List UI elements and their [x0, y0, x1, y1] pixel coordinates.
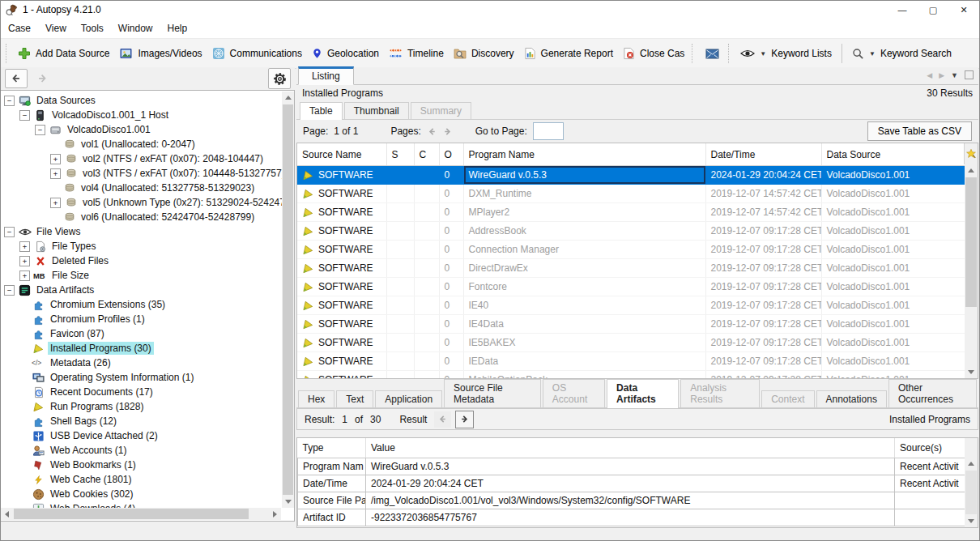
- column-header-data-source[interactable]: Data Source: [821, 143, 967, 166]
- tab-table[interactable]: Table: [300, 102, 343, 120]
- column-header-program-name[interactable]: Program Name: [463, 143, 705, 166]
- tree-item-data-sources[interactable]: −Data Sources: [1, 93, 282, 108]
- prev-page-icon[interactable]: [427, 126, 437, 137]
- table-row[interactable]: SOFTWARE0DXM_Runtime2019-12-07 14:57:42 …: [297, 185, 967, 203]
- scroll-up-icon[interactable]: [282, 92, 294, 104]
- column-header-date-time[interactable]: Date/Time: [705, 143, 821, 166]
- tree-item-usb-device-attached[interactable]: USB Device Attached (2): [1, 428, 282, 443]
- tree-item-chromium-profiles[interactable]: Chromium Profiles (1): [1, 312, 282, 326]
- tree-item-installed-programs[interactable]: Installed Programs (30): [1, 341, 282, 356]
- tree-vertical-scrollbar[interactable]: [282, 92, 294, 508]
- scroll-right-icon[interactable]: [269, 508, 281, 520]
- table-row[interactable]: SOFTWARE0IE5BAKEX2019-12-07 09:17:28 CET…: [297, 334, 967, 352]
- expand-icon[interactable]: +: [19, 241, 30, 252]
- column-header-s[interactable]: S: [386, 143, 414, 166]
- next-page-icon[interactable]: [442, 126, 453, 137]
- column-header-c[interactable]: C: [414, 143, 439, 166]
- tab-listing[interactable]: Listing: [298, 66, 354, 85]
- tree-item-shell-bags[interactable]: Shell Bags (12): [1, 414, 282, 428]
- save-table-csv-button[interactable]: Save Table as CSV: [867, 121, 972, 141]
- table-row[interactable]: SOFTWARE0Fontcore2019-12-07 09:17:28 CET…: [297, 278, 967, 296]
- tree-item-chromium-extensions[interactable]: Chromium Extensions (35): [1, 297, 282, 312]
- tree-item-vol1[interactable]: vol1 (Unallocated: 0-2047): [1, 137, 282, 151]
- next-result-button[interactable]: [455, 411, 474, 428]
- menu-case[interactable]: Case: [1, 20, 38, 36]
- tree-item-file-types[interactable]: +File Types: [1, 239, 282, 253]
- collapse-icon[interactable]: −: [4, 227, 15, 237]
- menu-help[interactable]: Help: [160, 20, 195, 36]
- menu-view[interactable]: View: [38, 20, 74, 36]
- tree-item-run-programs[interactable]: Run Programs (1828): [1, 399, 282, 414]
- column-header-source-name[interactable]: Source Name: [297, 143, 386, 166]
- table-row[interactable]: SOFTWARE0IE402019-12-07 09:17:28 CETVolc…: [297, 296, 967, 315]
- tree-item-web-cache[interactable]: Web Cache (1801): [1, 472, 282, 487]
- tree-item-web-bookmarks[interactable]: Web Bookmarks (1): [1, 458, 282, 472]
- expand-icon[interactable]: +: [19, 270, 30, 281]
- tree-item-vol5[interactable]: +vol5 (Unknown Type (0x27): 51329024-524…: [1, 195, 282, 210]
- table-row[interactable]: SOFTWARE0MobileOptionPack2019-12-07 09:1…: [297, 371, 967, 380]
- detail-row[interactable]: Artifact ID-9223372036854775767: [298, 509, 968, 526]
- tab-thumbnail[interactable]: Thumbnail: [344, 102, 409, 119]
- goto-page-input[interactable]: [533, 122, 564, 140]
- table-row[interactable]: SOFTWARE0WireGuard v.0.5.32024-01-29 20:…: [297, 166, 967, 185]
- discovery-button[interactable]: Discovery: [449, 44, 519, 63]
- collapse-icon[interactable]: −: [35, 125, 45, 135]
- scroll-down-icon[interactable]: [282, 496, 294, 508]
- detail-vertical-scrollbar[interactable]: [965, 438, 978, 527]
- tree-item-vol6[interactable]: vol6 (Unallocated: 52424704-52428799): [1, 210, 282, 224]
- menu-tools[interactable]: Tools: [74, 20, 111, 36]
- tree-horizontal-scrollbar[interactable]: [1, 508, 281, 520]
- tree-item-vol4[interactable]: vol4 (Unallocated: 51327758-51329023): [1, 181, 282, 195]
- tree-item-data-artifacts[interactable]: −Data Artifacts: [1, 283, 282, 297]
- tab-list-dropdown-icon[interactable]: ▼: [951, 71, 958, 79]
- detail-row[interactable]: Program NamWireGuard v.0.5.3Recent Activ…: [298, 458, 968, 475]
- tree-item-vol2[interactable]: +vol2 (NTFS / exFAT (0x07): 2048-104447): [1, 151, 282, 166]
- cv-tab-annotations[interactable]: Annotations: [816, 390, 887, 407]
- collapse-icon[interactable]: −: [4, 285, 15, 296]
- detail-row[interactable]: Date/Time2024-01-29 20:04:24 CETRecent A…: [298, 475, 968, 492]
- detail-column-header-value[interactable]: Value: [366, 438, 895, 458]
- cv-tab-source-file-metadata[interactable]: Source File Metadata: [444, 379, 541, 407]
- tree-settings-button[interactable]: [268, 68, 291, 89]
- table-row[interactable]: SOFTWARE0MPlayer22019-12-07 14:57:42 CET…: [297, 203, 967, 222]
- previous-result-button[interactable]: [434, 411, 451, 428]
- tree-item-recent-documents[interactable]: Recent Documents (17): [1, 385, 282, 399]
- geolocation-button[interactable]: Geolocation: [307, 44, 384, 63]
- cv-tab-application[interactable]: Application: [375, 390, 442, 407]
- detail-column-header-source-s[interactable]: Source(s): [895, 438, 968, 458]
- expand-icon[interactable]: +: [50, 168, 61, 179]
- add-data-source-button[interactable]: Add Data Source: [13, 44, 114, 63]
- cv-tab-other-occurrences[interactable]: Other Occurrences: [888, 379, 977, 407]
- table-row[interactable]: SOFTWARE0IEData2019-12-07 09:17:28 CETVo…: [297, 352, 967, 371]
- tree-item-file-size[interactable]: +MBFile Size: [1, 268, 282, 283]
- scroll-left-icon[interactable]: [1, 508, 13, 520]
- scroll-up-icon[interactable]: [965, 458, 977, 470]
- scroll-down-icon[interactable]: [965, 515, 977, 527]
- table-row[interactable]: SOFTWARE0AddressBook2019-12-07 09:17:28 …: [297, 222, 967, 241]
- cv-tab-data-artifacts[interactable]: Data Artifacts: [607, 379, 679, 408]
- expand-icon[interactable]: +: [50, 198, 61, 208]
- close-cas-button[interactable]: Close Cas: [618, 44, 689, 63]
- tree-item-file-views[interactable]: −File Views: [1, 224, 282, 239]
- scroll-up-icon[interactable]: [965, 164, 977, 177]
- expand-icon[interactable]: +: [19, 256, 30, 266]
- tree-item-web-cookies[interactable]: Web Cookies (302): [1, 487, 282, 501]
- tree-item-volcadodisco1-001-1-host[interactable]: −VolcadoDisco1.001_1 Host: [1, 108, 282, 122]
- table-vertical-scrollbar[interactable]: [965, 164, 978, 378]
- collapse-icon[interactable]: −: [19, 110, 30, 121]
- column-settings-button[interactable]: [964, 143, 978, 164]
- column-header-o[interactable]: O: [439, 143, 463, 166]
- table-row[interactable]: SOFTWARE0DirectDrawEx2019-12-07 09:17:28…: [297, 259, 967, 278]
- expand-icon[interactable]: +: [50, 154, 61, 164]
- scroll-down-icon[interactable]: [965, 366, 977, 378]
- detail-column-header-type[interactable]: Type: [298, 438, 366, 458]
- tree-item-web-accounts[interactable]: Web Accounts (1): [1, 443, 282, 458]
- collapse-icon[interactable]: −: [4, 96, 15, 106]
- table-row[interactable]: SOFTWARE0Connection Manager2019-12-07 09…: [297, 241, 967, 259]
- generate-report-button[interactable]: Generate Report: [519, 44, 618, 63]
- communications-button[interactable]: Communications: [207, 44, 307, 63]
- minimize-button[interactable]: —: [887, 1, 918, 19]
- detail-row[interactable]: Source File Pat/img_VolcadoDisco1.001/vo…: [298, 492, 968, 509]
- maximize-button[interactable]: ▢: [918, 1, 948, 19]
- email-button[interactable]: [699, 45, 726, 63]
